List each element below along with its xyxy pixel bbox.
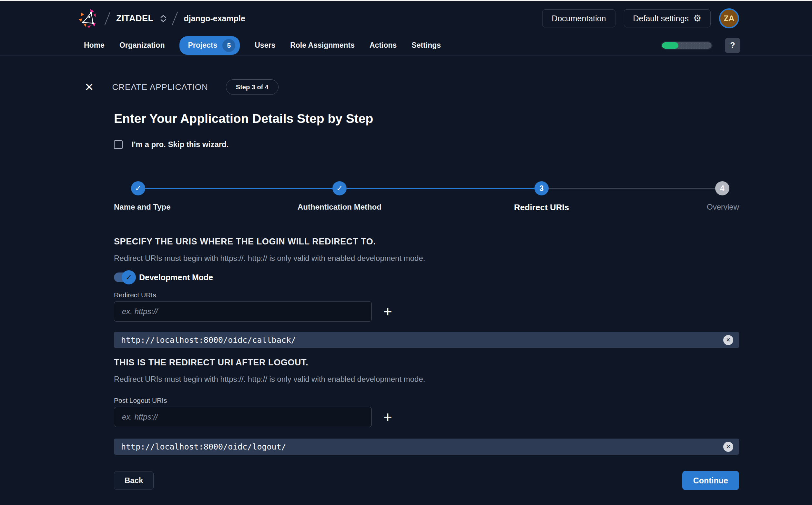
toggle-thumb: ✓ (122, 270, 136, 285)
post-logout-uri-input-row: + (114, 407, 739, 427)
step-label-overview: Overview (707, 202, 739, 211)
step-number: 3 (540, 184, 544, 193)
development-mode-row: ✓ Development Mode (114, 273, 213, 282)
post-logout-uris-field-label: Post Logout URIs (114, 397, 739, 404)
org-switch-chevrons-icon (160, 15, 166, 22)
stepper-labels: Name and Type Authentication Method Redi… (114, 202, 739, 213)
redirect-uris-field-label: Redirect URIs (114, 291, 739, 299)
nav-tab-actions[interactable]: Actions (370, 38, 397, 53)
top-bar: ZITADEL django-example Documentation Def… (0, 1, 812, 35)
avatar[interactable]: ZA (719, 8, 739, 28)
progress-fill (662, 42, 678, 49)
zitadel-logo-icon[interactable] (78, 8, 99, 29)
check-icon: ✓ (135, 184, 141, 193)
check-icon: ✓ (126, 273, 132, 282)
post-logout-uri-chip: http://localhost:8000/oidc/logout/ ✕ (114, 439, 739, 455)
avatar-initials: ZA (723, 14, 734, 23)
redirect-section-heading: SPECIFY THE URIS WHERE THE LOGIN WILL RE… (114, 237, 739, 247)
onboarding-progress-bar (661, 41, 713, 50)
back-button[interactable]: Back (114, 471, 154, 490)
breadcrumb-slash (172, 12, 178, 25)
org-switcher[interactable]: ZITADEL (116, 14, 166, 23)
redirect-uris-section: SPECIFY THE URIS WHERE THE LOGIN WILL RE… (114, 237, 739, 348)
step-label-name-and-type: Name and Type (114, 202, 171, 211)
nav-tab-home[interactable]: Home (84, 38, 105, 53)
breadcrumb: ZITADEL django-example (78, 8, 245, 29)
page-title: Enter Your Application Details Step by S… (114, 112, 739, 126)
continue-button[interactable]: Continue (682, 471, 739, 490)
default-settings-button[interactable]: Default settings ⚙ (624, 9, 711, 27)
redirect-section-helper: Redirect URIs must begin with https://. … (114, 254, 739, 263)
step-circle-redirect-uris[interactable]: 3 (534, 181, 549, 195)
remove-post-logout-uri-button[interactable]: ✕ (723, 442, 733, 452)
help-button[interactable]: ? (725, 38, 740, 53)
redirect-uri-input[interactable] (114, 302, 372, 322)
add-post-logout-uri-button[interactable]: + (383, 409, 392, 425)
breadcrumb-slash (105, 12, 110, 25)
documentation-button-label: Documentation (552, 14, 606, 23)
wizard-footer: Back Continue (114, 471, 739, 490)
nav-tab-projects[interactable]: Projects 5 (179, 36, 240, 55)
wizard-header: ✕ CREATE APPLICATION Step 3 of 4 (85, 79, 739, 96)
redirect-uri-chip: http://localhost:8000/oidc/callback/ ✕ (114, 332, 739, 348)
skip-wizard-label: I'm a pro. Skip this wizard. (132, 140, 229, 149)
nav-tabs: Home Organization Projects 5 Users Role … (84, 36, 441, 55)
redirect-uri-value: http://localhost:8000/oidc/callback/ (121, 335, 296, 345)
nav-tab-users[interactable]: Users (255, 38, 275, 53)
logout-section-helper: Redirect URIs must begin with https://. … (114, 375, 739, 384)
org-name: ZITADEL (116, 14, 153, 23)
check-icon: ✓ (336, 184, 343, 193)
projects-count-badge: 5 (222, 39, 235, 52)
add-redirect-uri-button[interactable]: + (383, 304, 392, 319)
wizard-stepper: ✓ ✓ 3 4 (114, 181, 739, 195)
remove-redirect-uri-button[interactable]: ✕ (723, 335, 733, 345)
top-bar-actions: Documentation Default settings ⚙ ZA (542, 8, 739, 28)
skip-wizard-checkbox[interactable] (114, 140, 123, 149)
skip-wizard-row[interactable]: I'm a pro. Skip this wizard. (114, 140, 229, 149)
gear-icon: ⚙ (693, 14, 701, 23)
logout-section-heading: THIS IS THE REDIRECT URI AFTER LOGOUT. (114, 358, 739, 368)
development-mode-toggle[interactable]: ✓ (114, 273, 134, 282)
nav-tab-projects-label: Projects (188, 41, 217, 50)
step-badge: Step 3 of 4 (226, 79, 279, 95)
nav-bar-right: ? (661, 38, 740, 53)
stepper-connector-3 (549, 188, 715, 189)
default-settings-button-label: Default settings (633, 14, 689, 23)
nav-tab-organization[interactable]: Organization (119, 38, 165, 53)
step-circle-authentication-method[interactable]: ✓ (332, 181, 347, 195)
step-label-redirect-uris: Redirect URIs (514, 202, 569, 212)
step-circle-name-and-type[interactable]: ✓ (131, 181, 145, 195)
stepper-connector-1 (145, 188, 332, 189)
nav-bar: Home Organization Projects 5 Users Role … (0, 35, 812, 55)
redirect-uri-input-row: + (114, 302, 739, 322)
post-logout-uri-input[interactable] (114, 407, 372, 427)
documentation-button[interactable]: Documentation (542, 9, 615, 27)
post-logout-section: THIS IS THE REDIRECT URI AFTER LOGOUT. R… (114, 358, 739, 455)
post-logout-uri-value: http://localhost:8000/oidc/logout/ (121, 442, 286, 452)
step-number: 4 (720, 184, 724, 193)
nav-tab-role-assignments[interactable]: Role Assignments (290, 38, 355, 53)
stepper-connector-2 (347, 188, 534, 189)
step-circle-overview[interactable]: 4 (715, 181, 729, 195)
step-label-authentication-method: Authentication Method (297, 202, 382, 211)
wizard-content: Enter Your Application Details Step by S… (114, 112, 739, 490)
nav-tab-settings[interactable]: Settings (411, 38, 441, 53)
project-name[interactable]: django-example (184, 14, 245, 23)
close-icon[interactable]: ✕ (85, 81, 94, 93)
development-mode-label: Development Mode (139, 273, 213, 282)
wizard-title: CREATE APPLICATION (112, 82, 208, 92)
